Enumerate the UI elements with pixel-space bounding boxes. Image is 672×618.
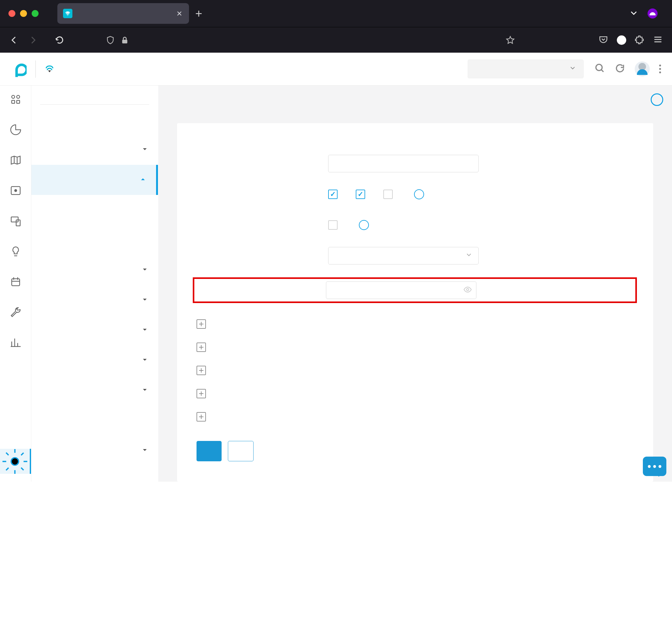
rail-clients-icon[interactable] [10,215,22,228]
band-6-option[interactable] [383,190,398,199]
tab-favicon [63,9,72,18]
browser-tab[interactable]: × [57,3,189,24]
svg-point-12 [467,289,469,291]
nav-back-button[interactable] [6,35,22,45]
url-bar[interactable] [100,31,520,49]
new-tab-button[interactable]: + [195,7,202,20]
sidebar-item-wireless[interactable] [31,165,158,195]
sidebar-item-vpn[interactable] [40,315,149,345]
content-area [158,86,672,482]
tabs-dropdown-icon[interactable] [630,8,638,18]
section-mac-filter[interactable] [197,382,634,405]
section-wlan-schedule[interactable] [197,336,634,359]
rail-settings-icon[interactable] [0,449,31,474]
account-icon[interactable] [617,35,626,45]
help-icon[interactable] [651,93,663,106]
info-icon[interactable] [359,220,369,230]
browser-chrome: × + [0,0,672,53]
chevron-down-icon [569,64,576,74]
checkbox-checked-icon[interactable] [328,190,338,199]
ssid-input[interactable] [328,155,479,172]
organization-select[interactable] [468,60,584,78]
info-icon[interactable] [414,189,424,199]
svg-point-7 [14,190,16,192]
guest-enable-option[interactable] [328,220,343,230]
extensions-icon[interactable] [635,35,645,45]
sidebar-item-authentication[interactable] [40,376,149,406]
app-menu-icon[interactable] [653,35,663,45]
rail-map-icon[interactable] [10,154,22,167]
eye-icon[interactable] [463,285,472,295]
apply-button[interactable] [197,441,221,461]
sidebar-item-transmission[interactable] [40,285,149,315]
section-rate-control[interactable] [197,359,634,382]
cancel-button[interactable] [228,441,254,461]
row-guest [197,216,634,234]
expand-icon [197,366,206,375]
rail-statistics-icon[interactable] [10,124,22,137]
rail-logs-icon[interactable] [10,276,22,289]
edit-wireless-panel [177,123,653,482]
bookmark-star-icon[interactable] [506,36,515,44]
tplink-logo-icon [9,61,27,78]
rail-devices-icon[interactable] [10,185,22,198]
pocket-icon[interactable] [599,35,608,45]
window-close-dot[interactable] [8,10,15,17]
checkbox-icon[interactable] [383,190,393,199]
chevron-down-icon [141,385,149,396]
chevron-down-icon [465,251,473,261]
svg-point-11 [11,457,19,465]
row-band [197,185,634,203]
sidebar-item-cli[interactable] [40,436,149,466]
rail-insights-icon[interactable] [10,245,22,259]
window-minimize-dot[interactable] [20,10,27,17]
sidebar-item-profiles[interactable] [40,345,149,376]
row-security [197,247,634,265]
user-avatar[interactable] [635,62,650,77]
sidebar-item-services[interactable] [40,406,149,436]
rail-tools-icon[interactable] [10,306,22,319]
sidebar-title [40,95,149,105]
tab-close-icon[interactable]: × [177,8,182,19]
chevron-up-icon [139,175,147,185]
global-nav-rail [0,86,31,482]
svg-rect-0 [122,39,127,43]
refresh-icon[interactable] [615,63,625,75]
brand-block [9,61,55,78]
organization-block [461,60,584,78]
sidebar-item-wired[interactable] [40,135,149,165]
security-select[interactable] [328,247,479,265]
search-icon[interactable] [595,63,605,75]
svg-point-3 [17,95,20,98]
rail-reports-icon[interactable] [10,336,22,350]
sidebar-item-site[interactable] [40,105,149,135]
brand-tplink [9,61,27,78]
private-mask-icon [648,8,658,18]
chat-fab[interactable] [643,456,666,476]
security-key-input[interactable] [326,282,476,299]
expand-icon [197,389,206,398]
sidebar-item-network-security[interactable] [40,255,149,285]
window-zoom-dot[interactable] [32,10,38,17]
band-5-option[interactable] [356,190,371,199]
svg-rect-10 [12,279,19,286]
checkbox-icon[interactable] [328,220,338,230]
app-header [0,53,672,86]
svg-point-1 [596,64,602,71]
sidebar-subitem-wlan[interactable] [40,195,149,225]
band-24-option[interactable] [328,190,343,199]
chevron-down-icon [141,295,149,306]
section-multicast[interactable] [197,405,634,428]
expand-icon [197,319,206,329]
chevron-down-icon [141,355,149,366]
app-frame [0,53,672,482]
nav-reload-button[interactable] [52,35,67,45]
more-menu-icon[interactable] [659,65,661,73]
sidebar-subitem-ai-wlan[interactable] [40,225,149,255]
checkbox-checked-icon[interactable] [356,190,365,199]
settings-sidebar [31,86,158,482]
nav-forward-button[interactable] [25,35,41,45]
rail-dashboard-icon[interactable] [10,93,22,107]
section-advanced-settings[interactable] [197,312,634,336]
chevron-down-icon [141,144,149,155]
